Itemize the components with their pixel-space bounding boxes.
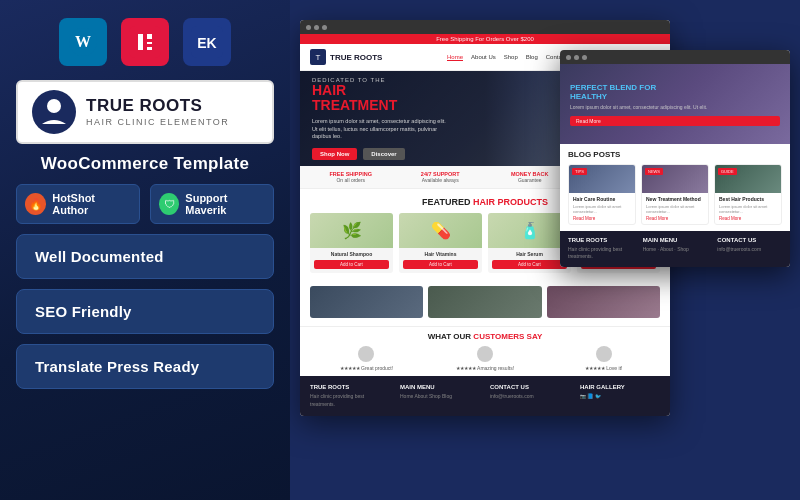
plugin-icons-row: W EK: [59, 18, 231, 66]
secondary-browser-window: PERFECT BLEND FOR HEALTHY Lorem ipsum do…: [560, 50, 790, 267]
footer-text-1: Hair clinic providing best treatments.: [310, 393, 390, 408]
brand-title: TRUE ROOTS: [86, 97, 229, 116]
site-top-bar: Free Shipping For Orders Over $200: [300, 34, 670, 44]
elementor-icon: [121, 18, 169, 66]
product-name-1: Natural Shampoo: [310, 248, 393, 258]
well-documented-button[interactable]: Well Documented: [16, 234, 274, 279]
blog-content-3: Best Hair Products Lorem ipsum dolor sit…: [715, 193, 781, 224]
left-panel: W EK: [0, 0, 290, 500]
support-icon: 🛡: [159, 193, 179, 215]
secondary-hero-label: PERFECT BLEND FOR: [570, 83, 656, 92]
secondary-footer-title-1: TRUE ROOTS: [568, 237, 633, 243]
secondary-browser-bar: [560, 50, 790, 64]
site-logo-name: TRUE ROOTS: [330, 53, 382, 62]
blog-card-2[interactable]: NEWS New Treatment Method Lorem ipsum do…: [641, 164, 709, 225]
secondary-footer-title-3: CONTACT US: [717, 237, 782, 243]
testimonial-text-2: ★★★★★ Amazing results!: [431, 365, 540, 371]
secondary-hero-body: Lorem ipsum dolor sit amet, consectetur …: [570, 104, 780, 111]
seo-friendly-button[interactable]: SEO Friendly: [16, 289, 274, 334]
gallery-item-2: [428, 286, 541, 318]
brand-logo-box: TRUE ROOTS HAIR CLINIC ELEMENTOR: [16, 80, 274, 144]
testimonial-avatar-2: [477, 346, 493, 362]
product-btn-1[interactable]: Add to Cart: [314, 260, 389, 269]
site-nav[interactable]: Home About Us Shop Blog Contact Us: [447, 54, 575, 61]
sec-dot-3: [582, 55, 587, 60]
testimonial-text-1: ★★★★★ Great product!: [312, 365, 421, 371]
blog-section: BLOG POSTS TIPS Hair Care Routine Lorem …: [560, 144, 790, 231]
secondary-footer-col-3: CONTACT US info@trueroots.com: [717, 237, 782, 261]
blog-card-text-1: Lorem ipsum dolor sit amet consectetur..…: [573, 204, 631, 214]
brand-subtitle: HAIR CLINIC ELEMENTOR: [86, 117, 229, 127]
blog-tag-2: NEWS: [645, 168, 663, 175]
secondary-hero: PERFECT BLEND FOR HEALTHY Lorem ipsum do…: [560, 64, 790, 144]
svg-rect-5: [147, 42, 152, 44]
discover-button[interactable]: Discover: [363, 148, 404, 160]
blog-content-1: Hair Care Routine Lorem ipsum dolor sit …: [569, 193, 635, 224]
footer-text-2: Home About Shop Blog: [400, 393, 480, 401]
feature-support-text: Available always: [398, 177, 484, 183]
nav-about[interactable]: About Us: [471, 54, 496, 61]
blog-card-text-2: Lorem ipsum dolor sit amet consectetur..…: [646, 204, 704, 214]
read-more-button[interactable]: Read More: [570, 116, 780, 126]
nav-home[interactable]: Home: [447, 54, 463, 61]
testimonial-avatar-1: [358, 346, 374, 362]
hero-title-main: TREATMENT: [312, 97, 397, 113]
svg-text:W: W: [75, 33, 91, 50]
blog-card-title-1: Hair Care Routine: [573, 196, 631, 203]
hero-title-highlight: HAIR: [312, 82, 346, 98]
blog-tag-3: GUIDE: [718, 168, 737, 175]
secondary-footer-title-2: MAIN MENU: [643, 237, 708, 243]
feature-support: 24/7 SUPPORT Available always: [398, 171, 484, 183]
svg-point-9: [47, 99, 61, 113]
gallery-section: [300, 281, 670, 326]
mockup-container: Free Shipping For Orders Over $200 T TRU…: [300, 20, 790, 490]
feature-shipping: FREE SHIPPING On all orders: [308, 171, 394, 183]
secondary-footer-col-1: TRUE ROOTS Hair clinic providing best tr…: [568, 237, 633, 261]
browser-bar: [300, 20, 670, 34]
footer-col-3: CONTACT US info@trueroots.com: [490, 384, 570, 408]
blog-card-3[interactable]: GUIDE Best Hair Products Lorem ipsum dol…: [714, 164, 782, 225]
blog-read-more-2[interactable]: Read More: [646, 216, 704, 221]
svg-rect-4: [147, 34, 152, 39]
product-card-1[interactable]: 🌿 Natural Shampoo Add to Cart: [310, 213, 393, 273]
site-footer: TRUE ROOTS Hair clinic providing best tr…: [300, 376, 670, 416]
footer-text-3: info@trueroots.com: [490, 393, 570, 401]
browser-dot-1: [306, 25, 311, 30]
blog-read-more-3[interactable]: Read More: [719, 216, 777, 221]
badges-row: 🔥 HotShot Author 🛡 Support Maverik: [16, 184, 274, 224]
blog-card-1[interactable]: TIPS Hair Care Routine Lorem ipsum dolor…: [568, 164, 636, 225]
right-panel: Free Shipping For Orders Over $200 T TRU…: [290, 0, 800, 500]
product-img-2: 💊: [399, 213, 482, 248]
blog-title: BLOG POSTS: [568, 150, 782, 159]
product-card-3[interactable]: 🧴 Hair Serum Add to Cart: [488, 213, 571, 273]
blog-read-more-1[interactable]: Read More: [573, 216, 631, 221]
translatepress-button[interactable]: Translate Press Ready: [16, 344, 274, 389]
brand-text-block: TRUE ROOTS HAIR CLINIC ELEMENTOR: [86, 97, 229, 127]
footer-title-1: TRUE ROOTS: [310, 384, 390, 390]
svg-rect-6: [147, 47, 152, 50]
secondary-footer-text-1: Hair clinic providing best treatments.: [568, 246, 633, 261]
shop-now-button[interactable]: Shop Now: [312, 148, 357, 160]
nav-shop[interactable]: Shop: [504, 54, 518, 61]
testimonial-2: ★★★★★ Amazing results!: [431, 346, 540, 371]
secondary-hero-text: PERFECT BLEND FOR HEALTHY: [570, 83, 780, 101]
blog-card-title-3: Best Hair Products: [719, 196, 777, 203]
secondary-footer-col-2: MAIN MENU Home · About · Shop: [643, 237, 708, 261]
browser-dot-3: [322, 25, 327, 30]
support-badge[interactable]: 🛡 Support Maverik: [150, 184, 274, 224]
hotshot-badge[interactable]: 🔥 HotShot Author: [16, 184, 140, 224]
nav-blog[interactable]: Blog: [526, 54, 538, 61]
product-btn-3[interactable]: Add to Cart: [492, 260, 567, 269]
testimonials-highlight: CUSTOMERS SAY: [473, 332, 542, 341]
testimonials-row: ★★★★★ Great product! ★★★★★ Amazing resul…: [310, 346, 660, 371]
product-img-1: 🌿: [310, 213, 393, 248]
product-img-3: 🧴: [488, 213, 571, 248]
product-btn-2[interactable]: Add to Cart: [403, 260, 478, 269]
footer-title-3: CONTACT US: [490, 384, 570, 390]
footer-col-1: TRUE ROOTS Hair clinic providing best tr…: [310, 384, 390, 408]
product-card-2[interactable]: 💊 Hair Vitamins Add to Cart: [399, 213, 482, 273]
svg-rect-3: [138, 34, 143, 50]
gallery-grid: [310, 286, 660, 318]
elementkit-icon: EK: [183, 18, 231, 66]
blog-img-1: TIPS: [569, 165, 635, 193]
